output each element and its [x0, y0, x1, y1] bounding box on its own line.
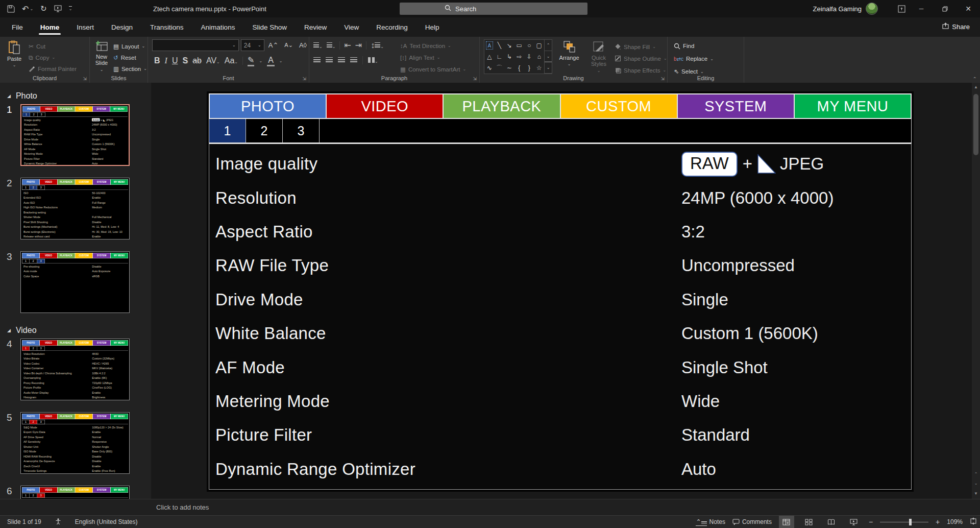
zoom-out-icon[interactable]: − — [869, 518, 873, 526]
right-brace-shape-icon[interactable]: } — [524, 62, 534, 74]
menu-row-raw-file-type[interactable]: RAW File TypeUncompressed — [209, 249, 911, 282]
ribbon-tab-transitions[interactable]: Transitions — [141, 17, 192, 37]
menu-row-dynamic-range-optimizer[interactable]: Dynamic Range OptimizerAuto — [209, 452, 911, 486]
scroll-up-icon[interactable]: ▲ — [972, 85, 980, 89]
menu-row-drive-mode[interactable]: Drive ModeSingle — [209, 283, 911, 317]
menu-row-image-quality[interactable]: Image qualityRAW+JPEG — [209, 147, 911, 181]
comments-toggle[interactable]: Comments — [732, 518, 772, 525]
slide-thumbnail-frame[interactable]: PHOTOVIDEOPLAYBACKCUSTOMSYSTEMMY MENU123… — [20, 339, 130, 400]
section-collapse-icon[interactable]: ◢ — [7, 328, 11, 333]
slide-thumbnail-frame[interactable]: PHOTOVIDEOPLAYBACKCUSTOMSYSTEMMY MENU123… — [20, 178, 130, 239]
shape-outline-button[interactable]: Shape Outline⌄ — [615, 53, 667, 64]
drawing-dialog-launcher-icon[interactable]: ⇲ — [660, 76, 665, 81]
menu-row-white-balance[interactable]: White BalanceCustom 1 (5600K) — [209, 317, 911, 350]
shape-effects-button[interactable]: Shape Effects⌄ — [615, 65, 667, 76]
menu-row-metering-mode[interactable]: Metering ModeWide — [209, 385, 911, 418]
justify-button[interactable] — [350, 57, 357, 63]
text-direction-button[interactable]: ↕AText Direction⌄ — [400, 40, 466, 51]
zoom-in-icon[interactable]: + — [936, 518, 940, 526]
close-button[interactable]: ✕ — [957, 0, 980, 17]
font-color-button[interactable]: A — [267, 56, 275, 66]
numbering-button[interactable]: ⌄ — [327, 41, 336, 50]
section-button[interactable]: ▥Section⌄ — [113, 63, 147, 74]
polygon-shape-icon[interactable]: ⌂ — [534, 51, 545, 62]
ribbon-tab-recording[interactable]: Recording — [368, 17, 416, 37]
clear-formatting-icon[interactable]: A◊ — [297, 41, 309, 50]
arc-shape-icon[interactable]: ⌒ — [495, 62, 505, 74]
slide-thumbnail-3[interactable]: 3PHOTOVIDEOPLAYBACKCUSTOMSYSTEMMY MENU12… — [0, 251, 151, 313]
share-button[interactable]: Share — [937, 19, 975, 34]
ribbon-tab-animations[interactable]: Animations — [192, 17, 244, 37]
search-input[interactable]: Search — [400, 3, 587, 15]
align-text-button[interactable]: [↕]Align Text⌄ — [400, 52, 466, 63]
shapes-scroll-down-icon[interactable]: ⌄ — [545, 51, 552, 62]
view-reading-button[interactable] — [824, 516, 839, 528]
section-header-photo[interactable]: ◢Photo — [7, 90, 151, 102]
slide-menu-tab-custom[interactable]: CUSTOM — [561, 94, 677, 118]
menu-page-tab-3[interactable]: 3 — [283, 119, 320, 142]
restore-button[interactable] — [933, 0, 957, 17]
ribbon-tab-help[interactable]: Help — [416, 17, 448, 37]
slide-editing-surface[interactable]: PHOTOVIDEOPLAYBACKCUSTOMSYSTEMMY MENU 12… — [207, 91, 914, 492]
scrollbar-thumb[interactable] — [973, 94, 978, 155]
section-collapse-icon[interactable]: ◢ — [7, 93, 11, 99]
font-name-combobox[interactable]: ⌄ — [152, 39, 239, 51]
view-slide-sorter-button[interactable] — [801, 516, 817, 528]
undo-icon[interactable]: ↶⌄ — [22, 4, 33, 14]
layout-button[interactable]: ▤Layout⌄ — [113, 41, 147, 52]
arrow-line-shape-icon[interactable]: ↘ — [504, 40, 514, 51]
new-slide-button[interactable]: NewSlide ⌄ — [90, 39, 113, 74]
down-arrow-shape-icon[interactable]: ⇩ — [524, 51, 534, 62]
text-shadow-button[interactable]: S — [182, 56, 188, 65]
fit-to-window-icon[interactable] — [970, 518, 977, 526]
columns-button[interactable]: ⌄ — [368, 56, 378, 65]
increase-indent-icon[interactable]: ⇥ — [355, 40, 362, 50]
change-case-button[interactable]: Aa⌄ — [225, 56, 238, 65]
slide-menu-tab-system[interactable]: SYSTEM — [678, 94, 794, 118]
scroll-down-icon[interactable]: ▼ — [972, 491, 980, 496]
ribbon-tab-design[interactable]: Design — [103, 17, 141, 37]
menu-row-resolution[interactable]: Resolution24MP (6000 x 4000) — [209, 181, 911, 214]
character-spacing-button[interactable]: AV⌄ — [206, 56, 220, 65]
elbow-connector-shape-icon[interactable]: ∟ — [495, 51, 505, 62]
slide-menu-tab-photo[interactable]: PHOTO — [210, 94, 326, 118]
slide-thumbnail-4[interactable]: 4PHOTOVIDEOPLAYBACKCUSTOMSYSTEMMY MENU12… — [0, 339, 151, 400]
view-normal-button[interactable] — [779, 516, 794, 528]
align-center-button[interactable] — [326, 57, 333, 63]
paragraph-dialog-launcher-icon[interactable]: ⇲ — [473, 76, 477, 81]
copy-button[interactable]: ⧉Copy⌄ — [29, 52, 77, 63]
ribbon-tab-view[interactable]: View — [335, 17, 368, 37]
reset-button[interactable]: ↺Reset — [113, 52, 147, 63]
menu-page-tab-1[interactable]: 1 — [209, 119, 246, 142]
slide-thumbnail-frame[interactable]: PHOTOVIDEOPLAYBACKCUSTOMSYSTEMMY MENU123… — [20, 251, 130, 313]
scribble-shape-icon[interactable]: ∿ — [484, 62, 495, 74]
vertical-scrollbar[interactable]: ▲ ⌃ ⌄ ▼ — [972, 83, 980, 499]
rectangle-shape-icon[interactable]: ▭ — [514, 40, 525, 51]
slide-menu-tab-playback[interactable]: PLAYBACK — [444, 94, 559, 118]
menu-page-tab-2[interactable]: 2 — [246, 119, 283, 142]
star-shape-icon[interactable]: ☆ — [534, 62, 545, 74]
oval-shape-icon[interactable]: ○ — [524, 40, 534, 51]
redo-icon[interactable]: ↻ — [40, 4, 47, 13]
notes-toggle[interactable]: ⌃ Notes — [696, 518, 725, 526]
left-brace-shape-icon[interactable]: { — [514, 62, 525, 74]
shape-fill-button[interactable]: Shape Fill⌄ — [615, 41, 667, 52]
ribbon-tab-home[interactable]: Home — [32, 17, 68, 37]
convert-to-smartart-button[interactable]: ▦Convert to SmartArt⌄ — [400, 64, 466, 75]
menu-row-af-mode[interactable]: AF ModeSingle Shot — [209, 350, 911, 384]
replace-button[interactable]: b⇄c Replace⌄ — [671, 53, 744, 64]
slide-thumbnail-frame[interactable]: PHOTOVIDEOPLAYBACKCUSTOMSYSTEMMY MENU123… — [20, 412, 130, 474]
account-area[interactable]: Zeinalfa Gaming — [813, 0, 878, 17]
ribbon-tab-review[interactable]: Review — [296, 17, 335, 37]
align-right-button[interactable] — [338, 57, 345, 63]
clipboard-dialog-launcher-icon[interactable]: ⇲ — [83, 76, 87, 81]
previous-slide-icon[interactable]: ⌃ — [972, 472, 980, 476]
ribbon-tab-insert[interactable]: Insert — [68, 17, 103, 37]
find-button[interactable]: Find — [671, 40, 744, 52]
section-header-video[interactable]: ◢Video — [7, 325, 151, 336]
font-dialog-launcher-icon[interactable]: ⇲ — [302, 76, 306, 81]
cut-button[interactable]: ✂Cut — [29, 41, 77, 52]
triangle-shape-icon[interactable]: △ — [484, 51, 495, 62]
menu-row-aspect-ratio[interactable]: Aspect Ratio3:2 — [209, 215, 911, 249]
shrink-font-icon[interactable]: A⌄ — [282, 41, 295, 49]
